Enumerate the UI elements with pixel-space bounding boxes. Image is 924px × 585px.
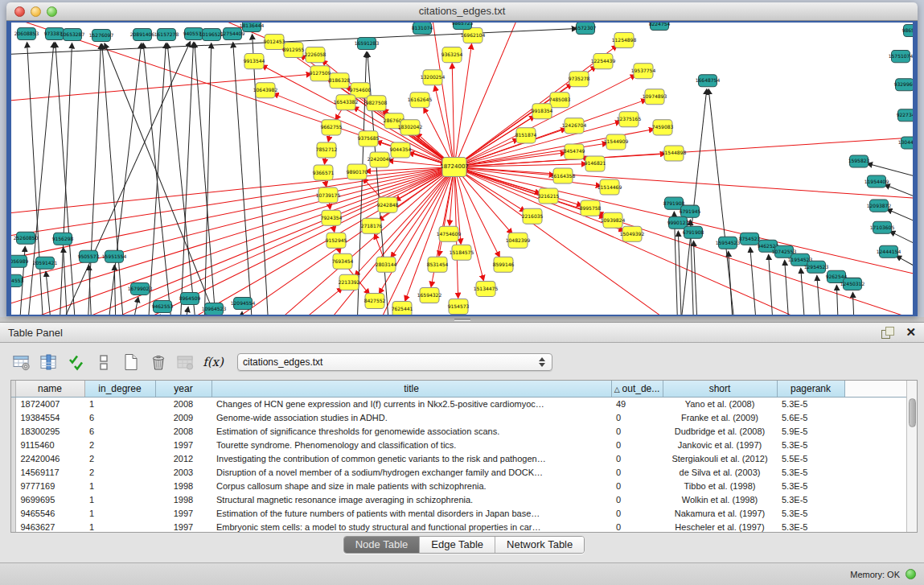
delete-table-icon[interactable] xyxy=(175,352,197,373)
column-header-out_degree[interactable]: △out_de... xyxy=(611,381,663,397)
graph-edge[interactable] xyxy=(391,173,450,257)
graph-node-label: 2226058 xyxy=(305,51,326,57)
graph-edge[interactable] xyxy=(55,43,76,315)
graph-edge[interactable] xyxy=(46,272,51,315)
graph-edge[interactable] xyxy=(204,43,211,315)
graph-edge[interactable] xyxy=(461,171,525,211)
table-row[interactable]: 946362711997Embryonic stem cells: a mode… xyxy=(11,520,908,533)
graph-edge[interactable] xyxy=(678,232,683,315)
window-titlebar: citations_edges.txt xyxy=(6,2,918,21)
table-row[interactable]: 1938455462009Genome-wide association stu… xyxy=(11,410,908,424)
float-panel-icon[interactable] xyxy=(881,327,894,338)
graph-edge[interactable] xyxy=(180,43,193,315)
graph-edge[interactable] xyxy=(429,23,454,160)
graph-edge[interactable] xyxy=(817,276,823,315)
close-panel-icon[interactable]: ✕ xyxy=(906,327,916,338)
graph-edge[interactable] xyxy=(750,248,759,315)
graph-edge[interactable] xyxy=(233,43,253,315)
graph-edge[interactable] xyxy=(132,298,138,315)
graph-edge[interactable] xyxy=(456,174,483,280)
column-header-year[interactable]: year xyxy=(155,381,211,397)
cell-year: 1998 xyxy=(155,492,211,506)
column-chooser-icon[interactable] xyxy=(38,352,60,373)
zoom-window-button[interactable] xyxy=(47,6,57,17)
table-scrollbar[interactable] xyxy=(906,381,917,532)
graph-edge[interactable] xyxy=(184,307,188,315)
graph-edge[interactable] xyxy=(60,42,190,315)
graph-edge[interactable] xyxy=(60,43,72,315)
table-row[interactable]: 911546021997Tourette syndrome. Phenomeno… xyxy=(11,438,908,451)
table-row[interactable]: 1456911722003Disruption of a novel membe… xyxy=(11,465,908,479)
column-header-in_degree[interactable]: in_degree xyxy=(84,381,155,397)
table-row[interactable]: 2242004622012Investigating the contribut… xyxy=(11,451,908,465)
minimize-window-button[interactable] xyxy=(31,6,41,17)
network-graph[interactable]: 1872400790124538912955222605891275098186… xyxy=(11,23,913,315)
cell-title: Genome-wide association studies in ADHD. xyxy=(211,410,611,424)
cell-in_degree: 2 xyxy=(84,438,155,451)
table-select-value: citations_edges.txt xyxy=(243,356,539,368)
graph-edge[interactable] xyxy=(325,157,326,163)
cell-out_degree: 0 xyxy=(611,410,663,424)
network-canvas[interactable]: 1872400790124538912955222605891275098186… xyxy=(11,23,913,315)
graph-node-label: 10974893 xyxy=(643,93,667,99)
scrollbar-thumb[interactable] xyxy=(909,398,916,427)
graph-edge[interactable] xyxy=(253,288,342,315)
deselect-all-icon[interactable] xyxy=(92,352,115,373)
column-header-short[interactable]: short xyxy=(663,381,777,397)
graph-edge[interactable] xyxy=(461,100,646,165)
cell-in_degree: 2 xyxy=(84,465,155,479)
graph-edge[interactable] xyxy=(729,252,735,315)
graph-edge[interactable] xyxy=(328,134,330,141)
new-table-icon[interactable] xyxy=(120,352,142,373)
graph-edge[interactable] xyxy=(458,174,499,257)
graph-node-label: 10742553 xyxy=(772,249,797,254)
row-filler xyxy=(844,492,908,506)
graph-edge[interactable] xyxy=(105,43,220,315)
graph-edge[interactable] xyxy=(240,312,242,315)
cell-year: 2003 xyxy=(155,465,211,479)
cell-short: de Silva et al. (2003) xyxy=(663,465,777,479)
panel-splitter[interactable] xyxy=(0,317,924,323)
graph-edge[interactable] xyxy=(11,168,447,265)
table-row[interactable]: 969969511998Structural magnetic resonanc… xyxy=(11,492,908,506)
table-row[interactable]: 946554611997Estimation of the future num… xyxy=(11,506,908,520)
tab-network-table[interactable]: Network Table xyxy=(495,537,584,553)
table-row[interactable]: 977716911998Corpus callosum shape and si… xyxy=(11,479,908,492)
table-row[interactable]: 1830029562008Estimation of significance … xyxy=(11,424,908,438)
graph-edge[interactable] xyxy=(462,168,601,186)
graph-edge[interactable] xyxy=(852,293,856,315)
cell-name: 9699695 xyxy=(15,492,84,506)
graph-node-label: 8454749 xyxy=(564,148,585,154)
graph-edge[interactable] xyxy=(462,170,913,315)
function-builder-icon[interactable]: f(x) xyxy=(202,352,224,373)
column-header-pagerank[interactable]: pagerank xyxy=(777,381,844,397)
graph-edge[interactable] xyxy=(452,64,454,159)
graph-edge[interactable] xyxy=(88,44,101,315)
graph-edge[interactable] xyxy=(325,179,326,186)
table-select-dropdown[interactable]: citations_edges.txt xyxy=(237,353,552,371)
table-settings-icon[interactable] xyxy=(10,352,33,373)
tab-edge-table[interactable]: Edge Table xyxy=(420,537,495,553)
graph-edge[interactable] xyxy=(329,203,330,209)
graph-edge[interactable] xyxy=(64,248,68,315)
graph-edge[interactable] xyxy=(693,241,699,315)
graph-edge[interactable] xyxy=(785,261,791,315)
graph-node-label: 10482399 xyxy=(506,237,531,243)
select-all-rows-icon[interactable] xyxy=(65,352,88,373)
graph-edge[interactable] xyxy=(897,256,913,282)
graph-node-label: 8186328 xyxy=(329,77,351,83)
column-header-title[interactable]: title xyxy=(211,381,611,397)
table-row[interactable]: 1872400712008Changes of HCN gene express… xyxy=(11,397,908,410)
graph-edge[interactable] xyxy=(253,35,269,315)
graph-edge[interactable] xyxy=(836,286,840,315)
graph-edge[interactable] xyxy=(262,65,448,163)
tab-node-table[interactable]: Node Table xyxy=(344,537,421,553)
graph-node-label: 14754609 xyxy=(437,231,462,237)
row-filler xyxy=(844,410,908,424)
column-header-name[interactable]: name xyxy=(15,381,84,397)
close-window-button[interactable] xyxy=(14,6,25,17)
graph-edge[interactable] xyxy=(108,43,142,315)
delete-rows-icon[interactable] xyxy=(147,352,170,373)
graph-edge[interactable] xyxy=(114,266,116,315)
graph-edge[interactable] xyxy=(801,269,807,315)
